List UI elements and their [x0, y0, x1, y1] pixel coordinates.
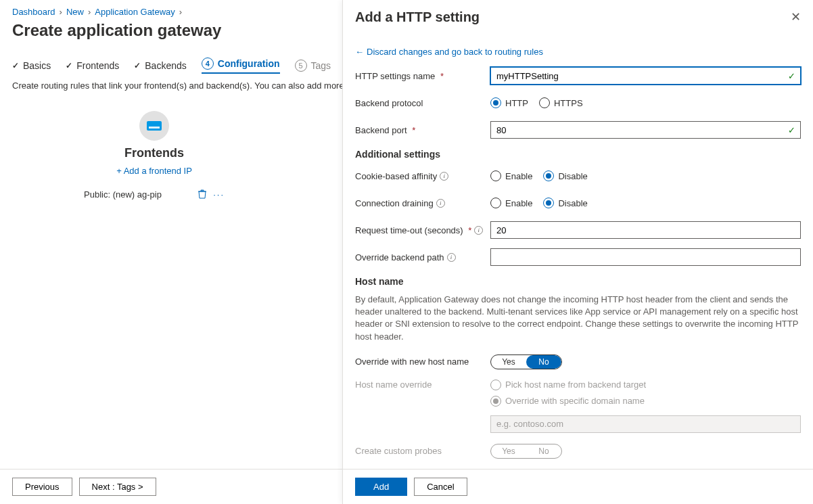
label-override-host: Override with new host name	[355, 357, 490, 367]
chevron-right-icon: ›	[60, 7, 62, 17]
step-basics[interactable]: Basics	[12, 60, 51, 71]
custom-probes-switch: Yes No	[490, 444, 562, 459]
cookie-disable-radio[interactable]: Disable	[543, 170, 587, 181]
probes-yes: Yes	[491, 444, 526, 458]
check-icon	[134, 61, 141, 70]
step-label: Configuration	[218, 58, 280, 69]
request-timeout-input[interactable]	[490, 221, 801, 239]
info-icon[interactable]: i	[447, 253, 456, 262]
step-backends[interactable]: Backends	[134, 60, 186, 71]
label-custom-probes: Create custom probes	[355, 446, 490, 456]
more-icon[interactable]: ···	[213, 189, 225, 200]
breadcrumb-new[interactable]: New	[66, 7, 84, 17]
check-icon	[12, 61, 19, 70]
add-frontend-ip-link[interactable]: + Add a frontend IP	[116, 166, 192, 176]
step-configuration[interactable]: 4 Configuration	[202, 58, 280, 74]
http-setting-blade: Add a HTTP setting ✕ ← Discard changes a…	[342, 0, 813, 504]
label-host-override: Host name override	[355, 380, 490, 390]
backend-port-input[interactable]	[490, 121, 801, 139]
next-button[interactable]: Next : Tags >	[79, 478, 156, 496]
label-request-timeout: Request time-out (seconds) * i	[355, 225, 490, 235]
label-backend-protocol: Backend protocol	[355, 98, 490, 108]
breadcrumb-appgateway[interactable]: Application Gateway	[95, 7, 175, 17]
step-tags[interactable]: 5 Tags	[295, 60, 331, 72]
label-override-backend-path: Override backend path i	[355, 252, 490, 262]
add-button[interactable]: Add	[355, 478, 407, 496]
back-link-label: Discard changes and go back to routing r…	[367, 47, 543, 57]
breadcrumb-dashboard[interactable]: Dashboard	[12, 7, 55, 17]
additional-settings-heading: Additional settings	[355, 149, 801, 160]
cancel-button[interactable]: Cancel	[414, 478, 467, 496]
info-icon[interactable]: i	[436, 199, 445, 208]
override-backend-path-input[interactable]	[490, 248, 801, 266]
close-icon[interactable]: ✕	[791, 9, 801, 24]
check-icon	[66, 61, 72, 70]
hostname-heading: Host name	[355, 276, 801, 287]
override-host-yes[interactable]: Yes	[491, 355, 526, 369]
host-name-input	[490, 415, 801, 433]
info-icon[interactable]: i	[474, 226, 483, 235]
draining-enable-radio[interactable]: Enable	[490, 198, 532, 208]
label-cookie-affinity: Cookie-based affinity i	[355, 171, 490, 181]
override-host-switch[interactable]: Yes No	[490, 354, 562, 369]
cookie-enable-radio[interactable]: Enable	[490, 170, 532, 181]
step-label: Backends	[145, 60, 186, 71]
info-icon[interactable]: i	[440, 172, 448, 181]
arrow-left-icon: ←	[355, 47, 364, 57]
label-connection-draining: Connection draining i	[355, 198, 490, 208]
frontend-ip-label: Public: (new) ag-pip	[84, 189, 162, 200]
step-frontends[interactable]: Frontends	[66, 60, 119, 71]
step-number: 5	[295, 60, 307, 72]
frontends-icon	[139, 111, 169, 141]
probes-no: No	[526, 444, 561, 458]
step-label: Basics	[23, 60, 51, 71]
previous-button[interactable]: Previous	[12, 478, 72, 496]
blade-title: Add a HTTP setting	[355, 9, 480, 25]
frontend-ip-row: Public: (new) ag-pip ···	[80, 185, 229, 204]
step-number: 4	[202, 58, 214, 70]
host-from-target-radio: Pick host name from backend target	[490, 380, 646, 390]
discard-back-link[interactable]: ← Discard changes and go back to routing…	[355, 47, 543, 57]
frontends-card: Frontends + Add a frontend IP Public: (n…	[80, 111, 229, 204]
step-label: Frontends	[76, 60, 119, 71]
delete-icon[interactable]	[198, 189, 206, 199]
label-backend-port: Backend port *	[355, 125, 490, 135]
frontends-title: Frontends	[80, 146, 229, 160]
label-http-name: HTTP settings name *	[355, 71, 490, 81]
draining-disable-radio[interactable]: Disable	[543, 198, 587, 208]
chevron-right-icon: ›	[88, 7, 91, 17]
chevron-right-icon: ›	[179, 7, 182, 17]
override-host-no[interactable]: No	[526, 355, 561, 369]
http-settings-name-input[interactable]	[490, 67, 801, 85]
protocol-https-radio[interactable]: HTTPS	[539, 97, 583, 108]
protocol-http-radio[interactable]: HTTP	[490, 97, 528, 108]
blade-footer: Add Cancel	[343, 469, 813, 504]
host-specific-radio: Override with specific domain name	[490, 396, 646, 407]
hostname-description: By default, Application Gateway does not…	[355, 294, 801, 343]
step-label: Tags	[311, 60, 331, 71]
